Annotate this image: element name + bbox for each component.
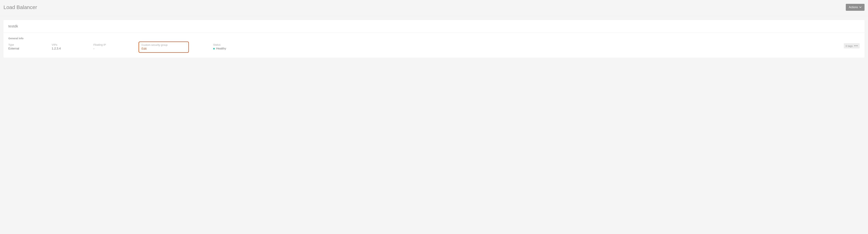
tags-badge[interactable]: 0 tags ••• [844, 43, 860, 49]
info-vips-label: VIPs [52, 43, 92, 46]
details-card: testdk General info Type External VIPs 1… [3, 20, 865, 58]
card-header: testdk [3, 20, 865, 33]
section-title-general: General info [8, 37, 860, 40]
info-status-label: Status [213, 43, 255, 46]
info-csg-label: Custom security group [142, 43, 167, 46]
status-text: Healthy [216, 47, 226, 50]
csg-highlight-frame: Custom security group Edit [138, 41, 189, 53]
card-body: General info Type External VIPs 1.2.3.4 … [3, 33, 865, 58]
info-floating-ip-value: - [93, 47, 137, 50]
resource-name: testdk [8, 24, 860, 28]
more-icon: ••• [854, 44, 858, 48]
info-custom-security-group: Custom security group Edit [138, 43, 189, 53]
chevron-down-icon [859, 7, 861, 8]
info-type: Type External [8, 43, 50, 50]
page-header: Load Balancer Actions [0, 0, 868, 16]
content-area: testdk General info Type External VIPs 1… [0, 16, 868, 61]
csg-edit-link[interactable]: Edit [142, 47, 167, 51]
info-type-label: Type [8, 43, 50, 46]
page-title: Load Balancer [3, 4, 37, 10]
actions-button[interactable]: Actions [846, 4, 865, 11]
info-status-value: Healthy [213, 47, 255, 50]
general-info-row: Type External VIPs 1.2.3.4 Floating IP -… [8, 43, 860, 53]
info-floating-ip: Floating IP - [93, 43, 137, 50]
tags-count-label: 0 tags [846, 45, 853, 48]
tags-container: 0 tags ••• [844, 43, 860, 49]
info-vips-value: 1.2.3.4 [52, 47, 92, 50]
actions-button-label: Actions [849, 6, 858, 9]
info-floating-ip-label: Floating IP [93, 43, 137, 46]
status-dot-icon [213, 48, 215, 50]
info-status: Status Healthy [213, 43, 255, 50]
info-type-value: External [8, 47, 50, 50]
info-vips: VIPs 1.2.3.4 [52, 43, 92, 50]
